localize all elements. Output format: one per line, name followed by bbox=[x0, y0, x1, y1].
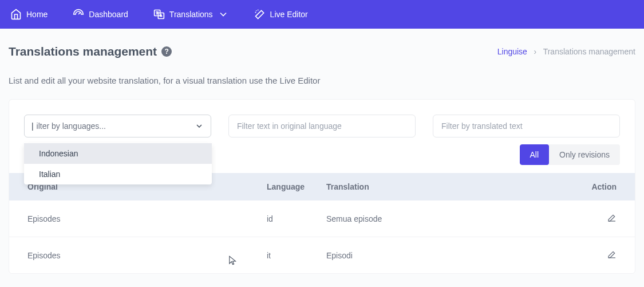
toggle-group: All Only revisions bbox=[520, 144, 620, 165]
svg-line-0 bbox=[78, 13, 80, 14]
original-text-filter[interactable] bbox=[228, 115, 416, 137]
nav-translations-label: Translations bbox=[169, 10, 213, 19]
help-icon[interactable]: ? bbox=[161, 46, 172, 57]
content: Translations management ? Linguise › Tra… bbox=[0, 29, 644, 274]
nav-translations[interactable]: Translations bbox=[153, 9, 229, 20]
page-subtitle: List and edit all your website translati… bbox=[9, 76, 635, 85]
page-title-text: Translations management bbox=[9, 45, 157, 58]
cell-original: Episodes bbox=[27, 251, 267, 260]
home-icon bbox=[10, 9, 22, 20]
language-filter-select[interactable]: |Filter by languages... bbox=[24, 115, 211, 137]
nav-home-label: Home bbox=[26, 10, 48, 19]
cell-original: Episodes bbox=[27, 214, 267, 223]
nav-dashboard-label: Dashboard bbox=[89, 10, 128, 19]
header-action: Action bbox=[582, 182, 617, 191]
header-row: Translations management ? Linguise › Tra… bbox=[9, 45, 635, 58]
cell-action bbox=[582, 250, 617, 261]
cell-translation: Semua episode bbox=[326, 214, 582, 223]
nav-dashboard[interactable]: Dashboard bbox=[73, 9, 128, 20]
dropdown-item-indonesian[interactable]: Indonesian bbox=[24, 143, 212, 164]
header-language: Language bbox=[267, 182, 326, 191]
magic-wand-icon bbox=[254, 9, 266, 20]
cell-language: it bbox=[267, 251, 326, 260]
toggle-revisions[interactable]: Only revisions bbox=[549, 144, 620, 165]
breadcrumb-sep: › bbox=[534, 47, 537, 56]
cell-language: id bbox=[267, 214, 326, 223]
language-dropdown: Indonesian Italian bbox=[24, 143, 212, 184]
language-filter-placeholder: |Filter by languages... bbox=[31, 121, 106, 131]
dropdown-item-italian[interactable]: Italian bbox=[24, 164, 212, 184]
breadcrumb: Linguise › Translations management bbox=[497, 47, 635, 56]
language-filter-wrap: |Filter by languages... Indonesian Itali… bbox=[24, 115, 211, 137]
filters-row: |Filter by languages... Indonesian Itali… bbox=[9, 115, 635, 137]
nav-home[interactable]: Home bbox=[10, 9, 48, 20]
breadcrumb-root[interactable]: Linguise bbox=[497, 47, 527, 56]
nav-live-editor-label: Live Editor bbox=[270, 10, 308, 19]
toggle-all[interactable]: All bbox=[520, 144, 550, 165]
chevron-down-icon bbox=[218, 9, 229, 20]
translated-text-filter[interactable] bbox=[433, 115, 620, 137]
translations-table: Original Language Translation Action Epi… bbox=[9, 173, 635, 273]
top-nav: Home Dashboard Translations Live Editor bbox=[0, 0, 644, 29]
edit-icon[interactable] bbox=[607, 213, 617, 222]
cell-action bbox=[582, 213, 617, 224]
header-translation: Translation bbox=[326, 182, 582, 191]
translate-icon bbox=[153, 9, 165, 20]
edit-icon[interactable] bbox=[607, 250, 617, 259]
chevron-down-icon bbox=[195, 121, 204, 131]
filter-card: |Filter by languages... Indonesian Itali… bbox=[9, 99, 635, 274]
nav-live-editor[interactable]: Live Editor bbox=[254, 9, 308, 20]
breadcrumb-current: Translations management bbox=[543, 47, 635, 56]
cell-translation: Episodi bbox=[326, 251, 582, 260]
table-row: Episodes id Semua episode bbox=[9, 200, 635, 237]
page-title: Translations management ? bbox=[9, 45, 172, 58]
dashboard-icon bbox=[73, 9, 84, 20]
table-row: Episodes it Episodi bbox=[9, 237, 635, 273]
